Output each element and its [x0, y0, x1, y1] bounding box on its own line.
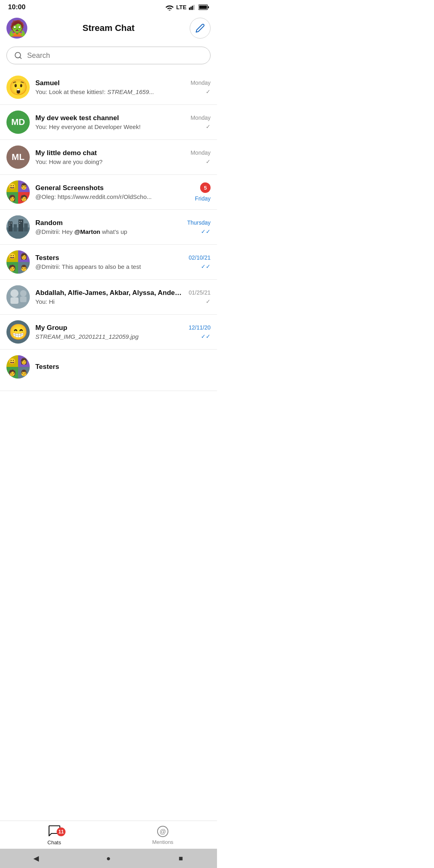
- svg-rect-12: [14, 224, 17, 231]
- search-bar[interactable]: [6, 47, 211, 64]
- svg-rect-3: [193, 5, 194, 10]
- chat-item-testers[interactable]: 😀 👩 🧑 👨 Testers @Dmitrii: This appears t…: [0, 245, 217, 280]
- svg-rect-20: [19, 223, 20, 224]
- lte-icon: LTE: [176, 4, 186, 10]
- chat-item-demo[interactable]: ML My little demo chat You: How are you …: [0, 140, 217, 175]
- chat-name: My Group: [35, 324, 183, 332]
- svg-rect-21: [6, 285, 30, 309]
- chat-avatar-testers: 😀 👩 🧑 👨: [6, 250, 30, 274]
- chat-avatar-testers2: 😀 👩 🧑 👨: [6, 355, 30, 379]
- chat-name: Abdallah, Alfie-James, Akbar, Alyssa, An…: [35, 289, 183, 297]
- chat-name: Testers: [35, 254, 183, 262]
- user-avatar[interactable]: 🧟: [6, 18, 27, 39]
- chat-meta-devweek: Monday ✓: [190, 115, 211, 130]
- chat-preview: You: Look at these kitties!: STREAM_1659…: [35, 88, 185, 95]
- chat-item-devweek[interactable]: MD My dev week test channel You: Hey eve…: [0, 105, 217, 140]
- chat-preview: @Oleg: https://www.reddit.com/r/OldScho.…: [35, 193, 189, 200]
- compose-icon: [195, 23, 205, 33]
- svg-rect-0: [189, 8, 190, 10]
- svg-rect-1: [190, 7, 192, 10]
- chat-meta-demo: Monday ✓: [190, 149, 211, 165]
- wifi-icon: [165, 4, 174, 10]
- search-input[interactable]: [27, 51, 203, 60]
- chat-item-testers2[interactable]: 😀 👩 🧑 👨 Testers: [0, 350, 217, 391]
- chat-info-devweek: My dev week test channel You: Hey everyo…: [35, 114, 185, 130]
- chat-meta-samuel: Monday ✓: [190, 80, 211, 95]
- chat-avatar-demo: ML: [6, 145, 30, 169]
- svg-point-24: [20, 290, 27, 297]
- svg-rect-5: [208, 6, 209, 8]
- chat-info-general: General Screenshots @Oleg: https://www.r…: [35, 184, 189, 200]
- chat-time: Friday: [195, 195, 211, 202]
- chat-preview: STREAM_IMG_20201211_122059.jpg: [35, 333, 183, 340]
- double-check-icon: ✓✓: [201, 228, 211, 235]
- signal-icon: [189, 4, 196, 10]
- chat-item-mygroup[interactable]: 😁 My Group STREAM_IMG_20201211_122059.jp…: [0, 315, 217, 350]
- chat-preview: You: Hi: [35, 298, 183, 305]
- svg-rect-18: [19, 221, 20, 222]
- chat-item-random[interactable]: Random @Dmitrii: Hey @Marton what's up T…: [0, 210, 217, 245]
- chat-meta-general: 5 Friday: [195, 182, 211, 202]
- chat-info-samuel: Samuel You: Look at these kitties!: STRE…: [35, 79, 185, 95]
- svg-rect-19: [21, 221, 22, 222]
- chat-avatar-random: [6, 215, 30, 239]
- svg-rect-15: [9, 223, 10, 223]
- svg-line-8: [20, 57, 21, 59]
- chat-item-abdallah[interactable]: Abdallah, Alfie-James, Akbar, Alyssa, An…: [0, 280, 217, 315]
- chat-item-samuel[interactable]: 😲 Samuel You: Look at these kitties!: ST…: [0, 70, 217, 105]
- svg-rect-16: [11, 223, 12, 223]
- chat-info-mygroup: My Group STREAM_IMG_20201211_122059.jpg: [35, 324, 183, 340]
- chat-name: Testers: [35, 363, 211, 371]
- status-icons: LTE: [165, 4, 209, 10]
- check-icon: ✓: [206, 158, 211, 165]
- check-icon: ✓: [206, 298, 211, 305]
- chat-list: 😲 Samuel You: Look at these kitties!: ST…: [0, 70, 217, 391]
- chat-time: 12/11/20: [189, 324, 211, 331]
- chat-meta-testers: 02/10/21 ✓✓: [189, 254, 211, 270]
- header: 🧟 Stream Chat: [0, 14, 217, 43]
- svg-rect-17: [9, 225, 10, 225]
- status-bar: 10:00 LTE: [0, 0, 217, 14]
- chat-time: 01/25/21: [189, 289, 211, 296]
- svg-point-22: [10, 289, 18, 297]
- chat-avatar-general: 😀 👨 👩 🧑: [6, 180, 30, 204]
- chat-time: Thursday: [187, 219, 211, 226]
- search-icon: [14, 51, 22, 60]
- chat-time: Monday: [190, 115, 211, 121]
- svg-rect-23: [10, 297, 18, 304]
- chat-name: My little demo chat: [35, 149, 185, 157]
- chat-meta-random: Thursday ✓✓: [187, 219, 211, 235]
- chat-info-testers2: Testers: [35, 363, 211, 371]
- svg-rect-6: [199, 6, 207, 9]
- status-time: 10:00: [8, 3, 25, 11]
- battery-icon: [199, 4, 209, 10]
- chat-time: Monday: [190, 149, 211, 156]
- compose-button[interactable]: [190, 18, 211, 39]
- chat-item-general[interactable]: 😀 👨 👩 🧑 General Screenshots @Oleg: https…: [0, 175, 217, 210]
- check-icon: ✓: [206, 123, 211, 130]
- mention: @Marton: [74, 228, 100, 235]
- chat-avatar-samuel: 😲: [6, 76, 30, 99]
- double-check-icon: ✓✓: [201, 333, 211, 340]
- chat-name: Samuel: [35, 79, 185, 87]
- chat-avatar-initials: ML: [12, 152, 25, 162]
- svg-rect-25: [20, 297, 27, 302]
- chat-info-random: Random @Dmitrii: Hey @Marton what's up: [35, 219, 182, 235]
- user-avatar-face: 🧟: [8, 20, 27, 36]
- chat-time: Monday: [190, 80, 211, 86]
- svg-rect-11: [8, 221, 12, 231]
- svg-rect-2: [192, 6, 193, 10]
- chat-avatar-abdallah: [6, 285, 30, 309]
- app-title: Stream Chat: [27, 23, 190, 33]
- chat-preview: @Dmitrii: Hey @Marton what's up: [35, 228, 182, 235]
- svg-rect-14: [24, 223, 28, 231]
- chat-avatar-devweek: MD: [6, 111, 30, 134]
- chat-preview: You: How are you doing?: [35, 158, 185, 165]
- chat-meta-abdallah: 01/25/21 ✓: [189, 289, 211, 305]
- chat-info-abdallah: Abdallah, Alfie-James, Akbar, Alyssa, An…: [35, 289, 183, 305]
- chat-name: Random: [35, 219, 182, 227]
- chat-preview: @Dmitrii: This appears to also be a test: [35, 263, 183, 270]
- check-icon: ✓: [206, 88, 211, 95]
- chat-time: 02/10/21: [189, 254, 211, 261]
- chat-info-demo: My little demo chat You: How are you doi…: [35, 149, 185, 165]
